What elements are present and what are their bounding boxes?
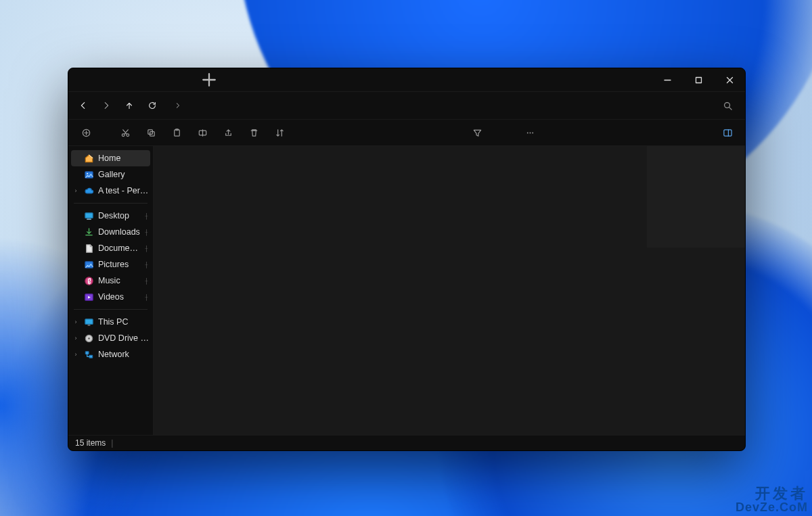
downloads-icon [83,227,94,237]
filter-icon [472,128,482,138]
item-view[interactable] [154,146,647,435]
sidebar-item-music[interactable]: › Music ⟊ [68,273,153,289]
svg-point-23 [88,337,89,339]
copy-button[interactable] [140,122,162,143]
sidebar-item-label: Home [98,154,148,163]
close-icon [726,76,734,84]
paste-button[interactable] [166,122,187,143]
close-button[interactable] [714,68,745,91]
content-area [154,146,745,435]
navigation-pane: › Home › Gallery › [68,146,154,435]
more-button[interactable] [519,122,541,143]
copy-icon [146,128,156,138]
chevron-right-icon: › [72,319,79,325]
sidebar-item-gallery[interactable]: › Gallery [68,166,153,183]
sidebar-item-pictures[interactable]: › Pictures ⟊ [68,256,153,273]
sidebar-item-desktop[interactable]: › Desktop ⟊ [68,208,153,224]
new-tab-button[interactable] [200,70,219,89]
maximize-button[interactable] [683,68,714,91]
chevron-right-icon [175,102,181,110]
status-separator: | [111,438,113,448]
pin-icon: ⟊ [144,293,149,301]
details-info [647,248,745,435]
active-tab[interactable] [74,71,196,89]
pin-icon: ⟊ [144,260,149,268]
svg-rect-20 [85,319,92,324]
command-bar [68,120,745,146]
window-body: › Home › Gallery › [68,146,745,435]
cut-icon [120,128,131,138]
svg-point-11 [529,132,531,133]
sidebar-item-onedrive[interactable]: › A test - Personal [68,183,153,199]
pictures-icon [83,259,94,270]
item-count: 15 items [75,438,106,448]
forward-button[interactable] [95,95,117,116]
sidebar-item-dvd-drive[interactable]: › DVD Drive (D:) CCC [68,330,153,346]
sidebar-item-this-pc[interactable]: › This PC [68,314,153,330]
status-bar: 15 items | [68,435,745,450]
sidebar-item-network[interactable]: › Network [68,346,153,362]
rename-button[interactable] [191,122,213,143]
details-preview [647,146,745,248]
gallery-icon [83,169,94,180]
up-button[interactable] [118,95,140,116]
watermark-line2: DevZe.CoM [736,501,808,513]
share-button[interactable] [217,122,239,143]
sidebar-item-videos[interactable]: › Videos ⟊ [68,289,153,305]
titlebar[interactable] [68,68,745,92]
chevron-right-icon: › [72,187,79,194]
sidebar-item-label: Documents [98,243,140,253]
desktop-wallpaper: 开发者 DevZe.CoM [0,0,812,516]
minimize-button[interactable] [652,68,683,91]
sidebar-item-label: Videos [98,292,140,302]
sidebar-item-home[interactable]: › Home [71,150,150,166]
cut-button[interactable] [114,122,136,143]
back-button[interactable] [72,95,94,116]
sidebar-item-label: Gallery [98,170,150,179]
svg-rect-25 [89,355,92,358]
delete-button[interactable] [243,122,265,143]
arrow-up-icon [125,101,134,110]
watermark: 开发者 DevZe.CoM [736,486,808,513]
sidebar-item-label: Network [98,350,150,359]
address-bar[interactable] [168,96,711,115]
watermark-line1: 开发者 [736,486,808,501]
pin-icon: ⟊ [144,244,149,252]
more-icon [525,128,535,138]
pin-icon: ⟊ [144,228,149,236]
sidebar-item-label: This PC [98,317,150,327]
details-pane-button[interactable] [717,122,738,143]
navigation-bar [68,92,745,120]
sidebar-item-downloads[interactable]: › Downloads ⟊ [68,224,153,240]
sidebar-item-label: DVD Drive (D:) CCC [98,333,150,343]
sidebar-item-label: Music [98,276,140,285]
music-icon [83,275,94,286]
refresh-icon [148,101,157,110]
sidebar-item-label: Desktop [98,211,140,220]
search-button[interactable] [717,95,738,116]
sidebar-item-label: Pictures [98,260,140,269]
new-icon [81,128,91,138]
arrow-right-icon [102,101,111,110]
new-button[interactable] [75,122,97,143]
svg-rect-0 [696,77,701,83]
svg-point-10 [526,132,528,133]
plus-icon [200,70,219,89]
home-icon [83,153,94,164]
rename-icon [198,128,208,138]
svg-point-12 [532,132,533,133]
sidebar-item-label: A test - Personal [98,186,150,195]
svg-rect-16 [85,212,92,218]
svg-point-15 [87,172,88,174]
sort-button[interactable] [269,122,290,143]
pin-icon: ⟊ [144,277,149,285]
details-pane [647,146,745,435]
svg-rect-13 [723,129,731,135]
desktop-icon [83,210,94,221]
paste-icon [172,128,182,138]
refresh-button[interactable] [141,95,163,116]
filter-button[interactable] [466,122,488,143]
chevron-right-icon: › [72,351,79,358]
videos-icon [83,291,94,302]
sidebar-item-documents[interactable]: › Documents ⟊ [68,240,153,256]
